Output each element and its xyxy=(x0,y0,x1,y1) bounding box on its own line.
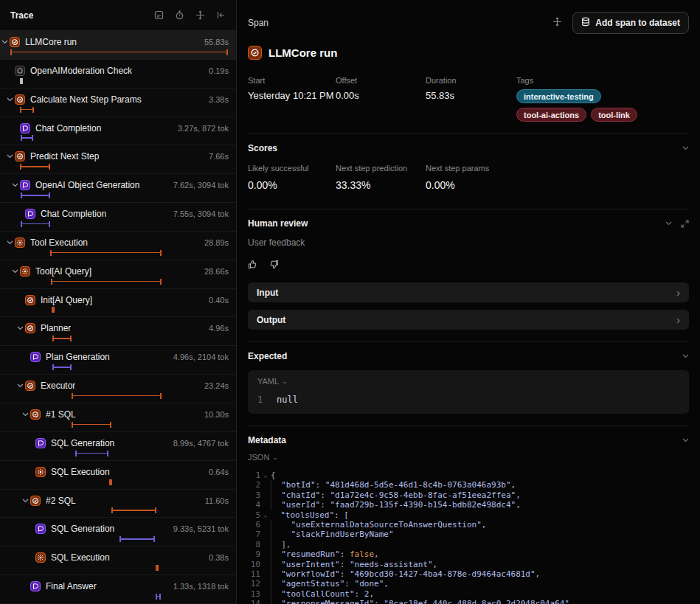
trace-tree-row[interactable]: Planner 4.96s xyxy=(0,317,236,346)
timeline-bar xyxy=(75,451,109,457)
trace-tree-row[interactable]: #2 SQL 11.60s xyxy=(0,490,236,518)
chevron-down-icon[interactable] xyxy=(21,412,30,417)
field-label: Tags xyxy=(516,76,689,85)
trace-tree-row[interactable]: #1 SQL 10.30s xyxy=(0,403,236,432)
chevron-down-icon[interactable] xyxy=(26,441,35,445)
expand-icon[interactable] xyxy=(681,220,689,228)
annotate-icon[interactable] xyxy=(154,10,164,20)
trace-tree-row[interactable]: Tool Execution 28.89s xyxy=(0,232,236,260)
chevron-down-icon[interactable] xyxy=(665,221,672,226)
generation-span-icon xyxy=(35,524,46,534)
timeline-bar-area xyxy=(10,221,228,227)
trace-tree-row[interactable]: Final Answer 1.33s, 1318 tok xyxy=(0,575,236,604)
json-code-line: 6 "useExternalDataSourceToAnswerQuestion… xyxy=(248,520,689,530)
fold-chevron-icon[interactable]: ⌄ xyxy=(260,510,271,520)
trace-tree-row[interactable]: OpenAI Object Generation 7.62s, 3094 tok xyxy=(0,174,236,203)
trace-tree-row[interactable]: LLMCore run 55.83s xyxy=(0,31,236,60)
collapse-all-icon[interactable] xyxy=(216,10,226,20)
chevron-down-icon[interactable] xyxy=(682,354,689,358)
trace-tree-row[interactable]: Tool[AI Query] 28.66s xyxy=(0,260,236,289)
trace-tree-row[interactable]: Init[AI Query] 0.40s xyxy=(0,289,236,318)
chevron-down-icon[interactable] xyxy=(0,40,10,44)
trace-tree-row[interactable]: Executor 23.24s xyxy=(0,375,236,403)
human-review-section: Human review User feedback xyxy=(248,209,689,272)
field-start: Start Yesterday 10:21 PM xyxy=(248,76,336,122)
target-span-icon xyxy=(30,496,41,506)
chevron-down-icon[interactable] xyxy=(10,183,20,187)
span-label: Tool[AI Query] xyxy=(35,266,91,277)
span-detail-panel: Span Add span to dataset LLMCore run Sta… xyxy=(237,0,700,604)
chevron-down-icon[interactable] xyxy=(21,584,30,589)
field-tags: Tags interactive-testingtool-ai-actionst… xyxy=(516,76,689,122)
chevron-down-icon[interactable] xyxy=(21,499,30,503)
fold-chevron-icon xyxy=(260,599,271,604)
trace-tree-row[interactable]: SQL Execution 0.64s xyxy=(0,461,236,490)
input-collapsed-row[interactable]: Input › xyxy=(248,282,689,302)
chevron-down-icon[interactable] xyxy=(682,146,689,150)
thumbs-up-icon[interactable] xyxy=(248,260,257,269)
thumbs-down-icon[interactable] xyxy=(269,260,279,269)
trace-tree-row[interactable]: Calculate Next Step Params 3.38s xyxy=(0,88,236,117)
crosshair-icon[interactable] xyxy=(552,16,562,29)
output-label: Output xyxy=(257,315,285,325)
format-select-yaml[interactable]: YAML ⌄ xyxy=(257,377,679,386)
stopwatch-icon[interactable] xyxy=(175,10,184,20)
trace-tree-row[interactable]: Chat Completion 3.27s, 872 tok xyxy=(0,117,236,146)
chevron-down-icon[interactable] xyxy=(15,383,25,388)
line-content: "userId": "faad729b-135f-4390-b154-bdb82… xyxy=(271,500,521,510)
scores-header: Scores xyxy=(248,143,277,153)
chevron-down-icon[interactable] xyxy=(682,438,689,442)
field-offset: Offset 0.00s xyxy=(336,76,426,122)
line-content: "agentStatus": "done", xyxy=(271,579,389,589)
trace-header: Trace xyxy=(0,0,236,31)
json-code-line: 1⌄{ xyxy=(248,471,689,480)
trace-tree-row[interactable]: Predict Next Step 7.66s xyxy=(0,145,236,174)
chevron-down-icon[interactable] xyxy=(26,555,35,560)
tool-span-icon xyxy=(20,266,30,277)
fold-chevron-icon xyxy=(260,490,271,500)
trace-tree-row[interactable]: OpenAIModeration Check 0.19s xyxy=(0,60,236,88)
fold-chevron-icon[interactable]: ⌄ xyxy=(260,471,271,480)
chevron-down-icon[interactable] xyxy=(15,298,25,302)
metadata-header: Metadata xyxy=(248,435,286,445)
timeline-bar xyxy=(111,507,156,513)
chevron-down-icon[interactable] xyxy=(10,269,20,274)
generation-span-icon xyxy=(20,123,30,133)
span-title: LLMCore run xyxy=(268,46,337,59)
score-value: 33.33% xyxy=(336,179,426,191)
generation-span-icon xyxy=(30,581,41,591)
timeline-bar-area xyxy=(10,507,228,513)
trace-tree-row[interactable]: Plan Generation 4.96s, 2104 tok xyxy=(0,346,236,375)
crosshair-icon[interactable] xyxy=(195,10,205,20)
add-span-to-dataset-button[interactable]: Add span to dataset xyxy=(572,12,689,34)
trace-span-tree: LLMCore run 55.83s OpenAIModeration Chec… xyxy=(0,31,236,604)
chevron-down-icon[interactable] xyxy=(26,470,35,474)
trace-tree-row[interactable]: Chat Completion 7.55s, 3094 tok xyxy=(0,203,236,232)
format-select-json[interactable]: JSON ⌄ xyxy=(248,453,689,462)
json-code-line: 7 "slackFindUserByName" xyxy=(248,530,689,539)
chevron-down-icon[interactable] xyxy=(21,355,30,359)
timeline-bar xyxy=(72,422,112,428)
tag-chip[interactable]: interactive-testing xyxy=(516,89,601,103)
tag-chip[interactable]: tool-link xyxy=(591,108,637,122)
trace-tree-row[interactable]: SQL Execution 0.38s xyxy=(0,546,236,575)
chevron-down-icon[interactable] xyxy=(5,69,15,73)
chevron-down-icon[interactable] xyxy=(15,326,25,330)
chevron-down-icon[interactable] xyxy=(10,126,20,131)
chevron-down-icon[interactable] xyxy=(5,240,15,245)
span-label: Predict Next Step xyxy=(30,151,99,162)
score-label: Likely successful xyxy=(248,164,336,173)
chevron-down-icon[interactable] xyxy=(15,212,25,216)
line-content: "toolCallCount": 2, xyxy=(271,589,374,599)
line-number: 14 xyxy=(248,599,260,604)
chevron-down-icon[interactable] xyxy=(5,97,15,102)
chevron-down-icon[interactable] xyxy=(5,154,15,159)
span-duration: 0.64s xyxy=(204,468,229,476)
span-label: OpenAI Object Generation xyxy=(35,180,139,190)
output-collapsed-row[interactable]: Output › xyxy=(248,310,689,330)
trace-tree-row[interactable]: SQL Generation 9.33s, 5231 tok xyxy=(0,518,236,546)
trace-tree-row[interactable]: SQL Generation 8.99s, 4767 tok xyxy=(0,432,236,461)
generation-span-icon xyxy=(30,352,41,362)
tag-chip[interactable]: tool-ai-actions xyxy=(516,108,586,122)
chevron-down-icon[interactable] xyxy=(26,527,35,531)
